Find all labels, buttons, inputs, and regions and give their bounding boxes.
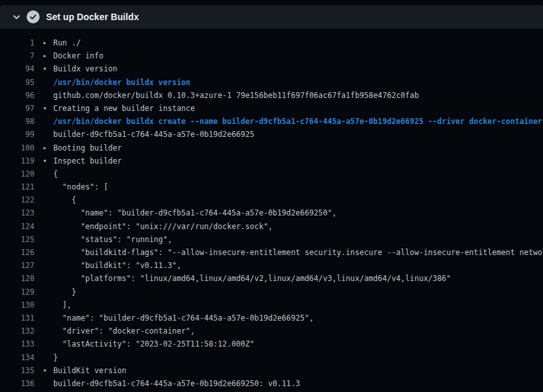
line-number[interactable]: 1 bbox=[0, 36, 34, 49]
line-number[interactable]: 95 bbox=[0, 76, 34, 89]
log-line: 127 "buildkit": "v0.11.3", bbox=[0, 259, 543, 272]
line-number[interactable]: 135 bbox=[0, 364, 34, 377]
marker-spacer bbox=[34, 220, 53, 233]
marker-spacer bbox=[34, 312, 53, 325]
line-number[interactable]: 97 bbox=[0, 102, 34, 115]
line-number[interactable]: 123 bbox=[0, 206, 34, 219]
log-line: 124 "endpoint": "unix:///var/run/docker.… bbox=[0, 220, 543, 233]
marker-spacer bbox=[34, 128, 53, 141]
log-line: 123 "name": "builder-d9cfb5a1-c764-445a-… bbox=[0, 206, 543, 219]
line-number[interactable]: 136 bbox=[0, 377, 34, 390]
line-number[interactable]: 121 bbox=[0, 180, 34, 193]
marker-spacer bbox=[34, 377, 53, 390]
log-line: 7▸Docker info bbox=[0, 49, 543, 62]
output-text: "buildkitd-flags": "--allow-insecure-ent… bbox=[53, 246, 543, 259]
log-line: 1▸Run ./ bbox=[0, 36, 543, 49]
marker-spacer bbox=[34, 286, 53, 299]
output-text: { bbox=[53, 193, 76, 206]
line-number[interactable]: 100 bbox=[0, 141, 34, 154]
marker-spacer bbox=[34, 272, 53, 285]
output-text: "name": "builder-d9cfb5a1-c764-445a-a57e… bbox=[53, 312, 314, 325]
log-line: 95/usr/bin/docker buildx version bbox=[0, 76, 543, 89]
group-expanded-triangle-icon[interactable]: ▾ bbox=[34, 154, 53, 167]
line-number[interactable]: 120 bbox=[0, 167, 34, 180]
output-text: "endpoint": "unix:///var/run/docker.sock… bbox=[53, 220, 273, 233]
step-title: Set up Docker Buildx bbox=[46, 12, 139, 22]
log-line: 125 "status": "running", bbox=[0, 233, 543, 246]
line-number[interactable]: 7 bbox=[0, 49, 34, 62]
line-number[interactable]: 122 bbox=[0, 193, 34, 206]
log-line: 135▾BuildKit version bbox=[0, 364, 543, 377]
line-number[interactable]: 127 bbox=[0, 259, 34, 272]
group-title[interactable]: Creating a new builder instance bbox=[53, 102, 195, 115]
log-line: 130 ], bbox=[0, 299, 543, 312]
line-number[interactable]: 134 bbox=[0, 351, 34, 364]
marker-spacer bbox=[34, 351, 53, 364]
marker-spacer bbox=[34, 325, 53, 337]
log-line: 122 { bbox=[0, 193, 543, 206]
marker-spacer bbox=[34, 115, 53, 128]
group-collapsed-triangle-icon[interactable]: ▸ bbox=[34, 49, 53, 62]
output-text: github.com/docker/buildx 0.10.3+azure-1 … bbox=[53, 89, 419, 102]
group-collapsed-triangle-icon[interactable]: ▸ bbox=[34, 141, 53, 154]
output-text: builder-d9cfb5a1-c764-445a-a57e-0b19d2e6… bbox=[53, 377, 300, 390]
line-number[interactable]: 126 bbox=[0, 246, 34, 259]
marker-spacer bbox=[34, 233, 53, 246]
marker-spacer bbox=[34, 206, 53, 219]
line-number[interactable]: 124 bbox=[0, 220, 34, 233]
group-title[interactable]: Run ./ bbox=[53, 36, 81, 49]
log-line: 132 "driver": "docker-container", bbox=[0, 325, 543, 337]
log-line: 129 } bbox=[0, 286, 543, 299]
line-number[interactable]: 119 bbox=[0, 154, 34, 167]
marker-spacer bbox=[34, 299, 53, 312]
log-line: 126 "buildkitd-flags": "--allow-insecure… bbox=[0, 246, 543, 259]
line-number[interactable]: 96 bbox=[0, 89, 34, 102]
line-number[interactable]: 131 bbox=[0, 312, 34, 325]
line-number[interactable]: 125 bbox=[0, 233, 34, 246]
output-text: } bbox=[53, 286, 76, 299]
group-title[interactable]: Inspect builder bbox=[53, 154, 122, 167]
log-line: 119▾Inspect builder bbox=[0, 154, 543, 167]
log-line: 100▸Booting builder bbox=[0, 141, 543, 154]
marker-spacer bbox=[34, 167, 53, 180]
output-text: "nodes": [ bbox=[53, 180, 108, 193]
output-text: "platforms": "linux/amd64,linux/amd64/v2… bbox=[53, 272, 451, 285]
log-line: 97▾Creating a new builder instance bbox=[0, 102, 543, 115]
group-expanded-triangle-icon[interactable]: ▾ bbox=[34, 102, 53, 115]
output-text: "name": "builder-d9cfb5a1-c764-445a-a57e… bbox=[53, 206, 336, 219]
line-number[interactable]: 99 bbox=[0, 128, 34, 141]
group-title[interactable]: Buildx version bbox=[53, 62, 118, 75]
group-expanded-triangle-icon[interactable]: ▾ bbox=[34, 62, 53, 75]
marker-spacer bbox=[34, 337, 53, 350]
line-number[interactable]: 130 bbox=[0, 299, 34, 312]
group-title[interactable]: BuildKit version bbox=[53, 364, 127, 377]
chevron-down-icon[interactable] bbox=[12, 13, 21, 21]
line-number[interactable]: 132 bbox=[0, 325, 34, 337]
group-title[interactable]: Booting builder bbox=[53, 141, 122, 154]
log-line: 133 "lastActivity": "2023-02-25T11:58:12… bbox=[0, 337, 543, 350]
output-text: "status": "running", bbox=[53, 233, 172, 246]
marker-spacer bbox=[34, 89, 53, 102]
log-line: 98/usr/bin/docker buildx create --name b… bbox=[0, 115, 543, 128]
marker-spacer bbox=[34, 259, 53, 272]
command-text: /usr/bin/docker buildx create --name bui… bbox=[53, 115, 542, 128]
marker-spacer bbox=[34, 76, 53, 89]
group-expanded-triangle-icon[interactable]: ▾ bbox=[34, 364, 53, 377]
step-header[interactable]: Set up Docker Buildx bbox=[0, 5, 543, 29]
marker-spacer bbox=[34, 180, 53, 193]
output-text: ], bbox=[53, 299, 71, 312]
log-line: 128 "platforms": "linux/amd64,linux/amd6… bbox=[0, 272, 543, 285]
line-number[interactable]: 98 bbox=[0, 115, 34, 128]
group-collapsed-triangle-icon[interactable]: ▸ bbox=[34, 36, 53, 49]
line-number[interactable]: 129 bbox=[0, 286, 34, 299]
output-text: { bbox=[53, 167, 58, 180]
line-number[interactable]: 94 bbox=[0, 62, 34, 75]
line-number[interactable]: 133 bbox=[0, 337, 34, 350]
log-viewer: 1▸Run ./7▸Docker info94▾Buildx version95… bbox=[0, 29, 543, 390]
output-text: builder-d9cfb5a1-c764-445a-a57e-0b19d2e6… bbox=[53, 128, 255, 141]
check-circle-icon bbox=[27, 10, 40, 23]
line-number[interactable]: 128 bbox=[0, 272, 34, 285]
group-title[interactable]: Docker info bbox=[53, 49, 103, 62]
output-text: } bbox=[53, 351, 58, 364]
log-line: 96github.com/docker/buildx 0.10.3+azure-… bbox=[0, 89, 543, 102]
